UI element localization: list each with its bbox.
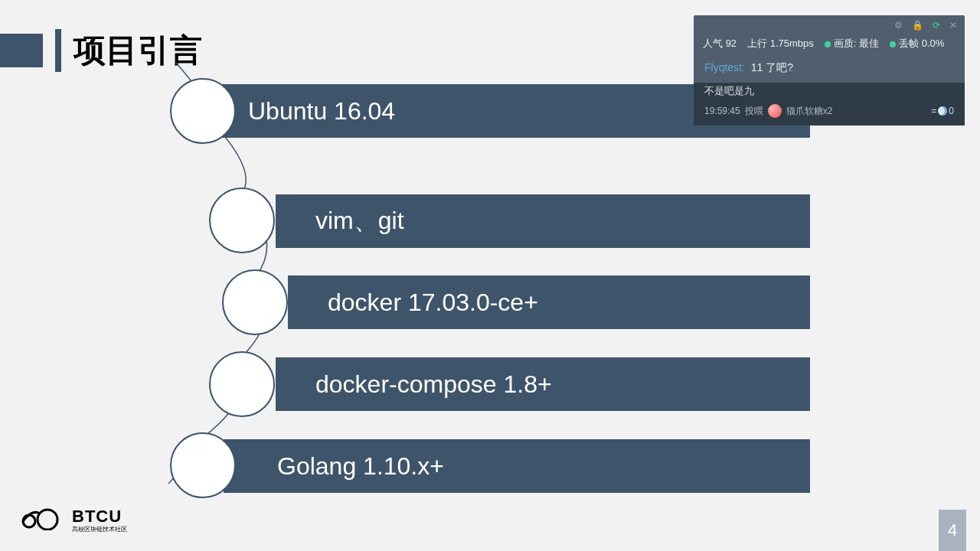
item-bullet-circle xyxy=(222,269,288,335)
logo: BTCU 高校区块链技术社区 xyxy=(21,506,127,534)
quality-value: 最佳 xyxy=(859,37,879,49)
gear-icon[interactable]: ⚙ xyxy=(894,20,903,31)
item-bar: docker 17.03.0-ce+ xyxy=(288,276,810,329)
slide-title-block: 项目引言 xyxy=(0,29,202,72)
overlay-chat-message: Flyqtest: 11 了吧? xyxy=(694,57,965,83)
popularity-label: 人气 xyxy=(703,37,723,49)
gift-count: 0 xyxy=(949,106,954,116)
chat-text: 11 了吧? xyxy=(751,61,793,73)
popularity-stat: 人气 92 xyxy=(703,37,737,51)
quality-label: 画质: xyxy=(834,37,857,49)
gift-icon xyxy=(768,104,782,118)
gift-count-box: = 0 xyxy=(931,106,954,116)
item-bullet-circle xyxy=(209,351,275,417)
gift-action: 投喂 xyxy=(745,105,763,118)
item-bar: docker-compose 1.8+ xyxy=(276,357,810,411)
slide-title: 项目引言 xyxy=(74,29,202,72)
stream-overlay: ⚙ 🔒 ⟳ ✕ 人气 92 上行 1.75mbps 画质: 最佳 丢帧 0.0%… xyxy=(694,15,965,126)
logo-subtitle: 高校区块链技术社区 xyxy=(72,527,127,533)
upload-value: 1.75mbps xyxy=(770,37,814,49)
page-number: 4 xyxy=(939,510,966,551)
title-accent-bar xyxy=(0,34,43,67)
title-divider xyxy=(55,29,61,72)
quality-stat: 画质: 最佳 xyxy=(825,37,879,51)
chat-sender: Flyqtest: xyxy=(704,61,745,73)
upload-stat: 上行 1.75mbps xyxy=(747,37,814,51)
drop-label: 丢帧 xyxy=(899,37,919,49)
status-dot-icon xyxy=(890,41,896,47)
item-bar: Golang 1.10.x+ xyxy=(224,439,810,493)
svg-point-0 xyxy=(23,515,35,527)
refresh-icon[interactable]: ⟳ xyxy=(933,20,940,31)
item-label: docker-compose 1.8+ xyxy=(315,370,552,399)
gift-item: 猫爪软糖x2 xyxy=(786,105,833,118)
logo-icon xyxy=(21,506,66,534)
logo-name: BTCU xyxy=(72,508,127,525)
upload-label: 上行 xyxy=(747,37,767,49)
drop-value: 0.0% xyxy=(922,37,945,49)
gift-time: 19:59:45 xyxy=(704,106,740,116)
item-bar: vim、git xyxy=(276,194,810,248)
item-bullet-circle xyxy=(170,432,236,498)
gift-row: 19:59:45 投喂 猫爪软糖x2 = 0 xyxy=(694,101,965,126)
popularity-value: 92 xyxy=(726,37,737,49)
item-bullet-circle xyxy=(170,78,236,144)
svg-point-1 xyxy=(38,510,57,530)
lock-icon[interactable]: 🔒 xyxy=(912,20,923,31)
logo-text: BTCU 高校区块链技术社区 xyxy=(72,508,127,533)
overlay-window-controls: ⚙ 🔒 ⟳ ✕ xyxy=(694,15,965,34)
item-label: vim、git xyxy=(315,204,404,238)
status-dot-icon xyxy=(825,41,831,47)
item-bullet-circle xyxy=(209,187,275,253)
item-label: Ubuntu 16.04 xyxy=(248,97,395,126)
item-label: Golang 1.10.x+ xyxy=(277,452,444,481)
drop-stat: 丢帧 0.0% xyxy=(890,37,944,51)
moon-icon xyxy=(938,106,947,116)
item-label: docker 17.03.0-ce+ xyxy=(328,289,538,317)
overlay-stats-row: 人气 92 上行 1.75mbps 画质: 最佳 丢帧 0.0% xyxy=(694,34,965,57)
close-icon[interactable]: ✕ xyxy=(949,20,957,31)
danmu-text: 不是吧是九 xyxy=(694,83,965,101)
